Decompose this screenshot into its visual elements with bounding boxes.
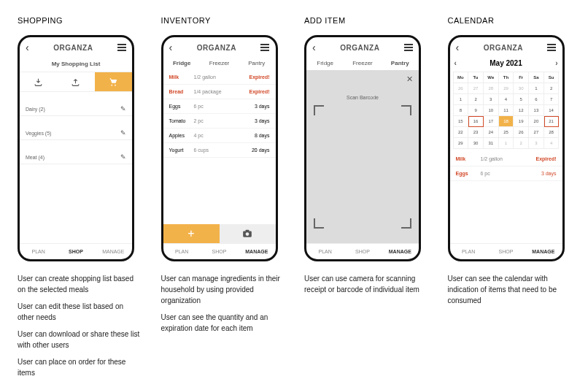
cal-prev-icon[interactable]: ‹ (454, 59, 457, 67)
cal-day[interactable]: 8 (454, 105, 469, 116)
tab-pantry[interactable]: Pantry (382, 56, 419, 70)
cal-day[interactable]: 17 (484, 116, 499, 127)
camera-button[interactable] (220, 224, 276, 243)
tab-fridge[interactable]: Fridge (306, 56, 344, 70)
cal-day[interactable]: 3 (529, 138, 544, 149)
svg-rect-4 (246, 230, 249, 231)
phone-mock-additem: ‹ ORGANZA Fridge Freezer Pantry ✕ Scan B… (304, 35, 421, 261)
cal-day[interactable]: 4 (544, 138, 560, 149)
tab-freezer[interactable]: Freezer (344, 56, 381, 70)
cal-day[interactable]: 24 (484, 127, 499, 138)
cal-day[interactable]: 9 (468, 105, 484, 116)
edit-icon[interactable]: ✎ (120, 129, 126, 137)
cal-day[interactable]: 14 (544, 105, 560, 116)
inventory-row[interactable]: Apples4 pc8 days (163, 129, 276, 143)
category-row[interactable]: Meat (4)✎ (20, 150, 132, 164)
tab-pantry[interactable]: Pantry (238, 56, 275, 70)
cal-day[interactable]: 27 (529, 127, 544, 138)
cal-day[interactable]: 7 (544, 94, 560, 105)
cal-day[interactable]: 2 (514, 138, 529, 149)
cart-button[interactable] (95, 72, 132, 91)
nav-manage[interactable]: MANAGE (238, 244, 275, 259)
cal-day[interactable]: 19 (514, 116, 529, 127)
cal-day[interactable]: 10 (484, 105, 499, 116)
cal-day[interactable]: 1 (454, 94, 469, 105)
cal-day[interactable]: 11 (499, 105, 514, 116)
nav-shop[interactable]: SHOP (487, 244, 525, 259)
download-button[interactable] (20, 72, 57, 91)
cal-next-icon[interactable]: › (555, 59, 557, 67)
cal-day[interactable]: 30 (468, 138, 484, 149)
nav-plan[interactable]: PLAN (20, 244, 57, 259)
category-row[interactable]: Dairy (2)✎ (20, 102, 132, 116)
cal-day[interactable]: 28 (484, 83, 499, 94)
close-icon[interactable]: ✕ (406, 74, 413, 84)
cal-dow: Sa (529, 72, 544, 83)
add-item-button[interactable]: + (163, 224, 220, 243)
inventory-row[interactable]: Yogurt6 cups20 days (163, 143, 276, 158)
nav-plan[interactable]: PLAN (450, 244, 487, 259)
share-button[interactable] (57, 72, 94, 91)
cal-day[interactable]: 5 (514, 94, 529, 105)
inventory-row[interactable]: Tomato2 pc3 days (163, 114, 276, 129)
edit-icon[interactable]: ✎ (120, 105, 126, 112)
back-icon[interactable]: ‹ (169, 42, 173, 53)
nav-plan[interactable]: PLAN (306, 244, 344, 259)
cal-day[interactable]: 27 (468, 83, 484, 94)
menu-icon[interactable] (547, 44, 556, 51)
section-desc-calendar: User can see the calendar with indicatio… (448, 273, 571, 312)
cal-day[interactable]: 29 (499, 83, 514, 94)
cal-day[interactable]: 26 (514, 127, 529, 138)
cal-day[interactable]: 28 (544, 127, 560, 138)
nav-shop[interactable]: SHOP (344, 244, 381, 259)
inventory-row[interactable]: Bread1/4 packageExpired! (163, 85, 276, 99)
tab-freezer[interactable]: Freezer (201, 56, 238, 70)
menu-icon[interactable] (260, 44, 269, 51)
cal-day[interactable]: 13 (529, 105, 544, 116)
back-icon[interactable]: ‹ (456, 42, 460, 53)
cal-day[interactable]: 30 (514, 83, 529, 94)
inventory-row[interactable]: Eggs6 pc3 days (163, 99, 276, 114)
menu-icon[interactable] (117, 44, 126, 51)
calendar-item-row[interactable]: Milk1/2 gallonExpired! (450, 152, 562, 166)
cal-day[interactable]: 6 (529, 94, 544, 105)
cal-day[interactable]: 12 (514, 105, 529, 116)
nav-plan[interactable]: PLAN (163, 244, 201, 259)
back-icon[interactable]: ‹ (312, 42, 316, 53)
cal-dow: Mo (454, 72, 469, 83)
cal-day[interactable]: 21 (544, 116, 560, 127)
cal-day[interactable]: 23 (468, 127, 484, 138)
cal-day[interactable]: 2 (468, 94, 484, 105)
section-desc-shopping: User can create shopping list based on t… (18, 273, 141, 384)
scan-area[interactable]: ✕ Scan Barcode (306, 70, 419, 243)
cal-day[interactable]: 18 (499, 116, 514, 127)
cal-day[interactable]: 2 (544, 83, 560, 94)
cal-day[interactable]: 22 (454, 127, 469, 138)
calendar-item-row[interactable]: Eggs6 pc3 days (450, 166, 562, 181)
cal-day[interactable]: 29 (454, 138, 469, 149)
nav-shop[interactable]: SHOP (57, 244, 94, 259)
cal-day[interactable]: 20 (529, 116, 544, 127)
nav-manage[interactable]: MANAGE (525, 244, 562, 259)
cal-day[interactable]: 4 (499, 94, 514, 105)
cal-day[interactable]: 15 (454, 116, 469, 127)
nav-shop[interactable]: SHOP (201, 244, 238, 259)
cal-day[interactable]: 26 (454, 83, 469, 94)
cal-day[interactable]: 1 (529, 83, 544, 94)
nav-manage[interactable]: MANAGE (382, 244, 419, 259)
category-row[interactable]: Veggies (5)✎ (20, 126, 132, 140)
inventory-row[interactable]: Milk1/2 gallonExpired! (163, 70, 276, 85)
cal-day[interactable]: 1 (499, 138, 514, 149)
back-icon[interactable]: ‹ (26, 42, 29, 53)
menu-icon[interactable] (404, 44, 413, 51)
section-heading-inventory: INVENTORY (161, 16, 285, 25)
scan-label: Scan Barcode (306, 95, 419, 100)
cal-day[interactable]: 31 (484, 138, 499, 149)
cal-day[interactable]: 16 (468, 116, 484, 127)
nav-manage[interactable]: MANAGE (95, 244, 132, 259)
cal-day[interactable]: 25 (499, 127, 514, 138)
cal-dow: We (484, 72, 499, 83)
tab-fridge[interactable]: Fridge (163, 56, 201, 70)
edit-icon[interactable]: ✎ (120, 153, 126, 161)
cal-day[interactable]: 3 (484, 94, 499, 105)
